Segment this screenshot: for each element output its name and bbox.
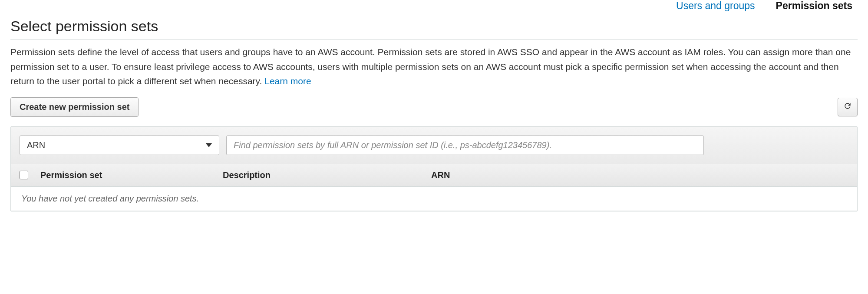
page-description: Permission sets define the level of acce… xyxy=(10,45,858,89)
tab-bar: Users and groups Permission sets xyxy=(10,0,858,15)
tab-users-and-groups[interactable]: Users and groups xyxy=(676,0,755,12)
permission-sets-table: ARN Permission set Description ARN You h… xyxy=(10,126,858,211)
filter-type-select[interactable]: ARN xyxy=(20,135,219,155)
refresh-icon xyxy=(843,102,852,112)
title-divider xyxy=(10,39,858,40)
select-all-cell xyxy=(20,171,40,179)
learn-more-link[interactable]: Learn more xyxy=(264,76,311,86)
tab-permission-sets[interactable]: Permission sets xyxy=(776,0,852,12)
toolbar: Create new permission set xyxy=(10,97,858,117)
column-header-arn[interactable]: ARN xyxy=(431,170,848,180)
table-header-row: Permission set Description ARN xyxy=(11,164,857,187)
search-input[interactable] xyxy=(226,135,704,155)
description-text: Permission sets define the level of acce… xyxy=(10,47,851,86)
page-title: Select permission sets xyxy=(10,18,858,35)
column-header-description[interactable]: Description xyxy=(223,170,431,180)
chevron-down-icon xyxy=(206,143,212,147)
filter-bar: ARN xyxy=(11,127,857,164)
create-permission-set-button[interactable]: Create new permission set xyxy=(10,97,139,117)
table-empty-message: You have not yet created any permission … xyxy=(11,187,857,211)
filter-select-value: ARN xyxy=(27,140,45,150)
column-header-permission-set[interactable]: Permission set xyxy=(40,170,223,180)
refresh-button[interactable] xyxy=(838,98,858,116)
select-all-checkbox[interactable] xyxy=(20,171,28,179)
